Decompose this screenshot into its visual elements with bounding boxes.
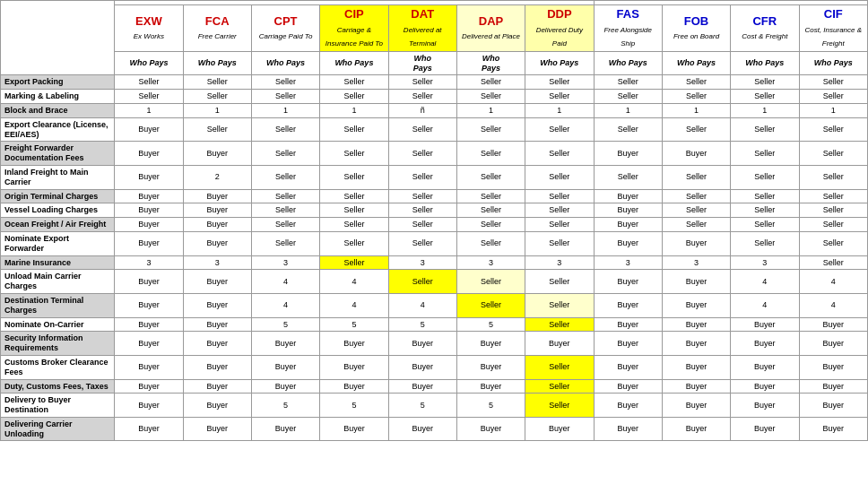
cell: Buyer bbox=[662, 332, 730, 356]
cell: Buyer bbox=[525, 417, 594, 441]
cell: Buyer bbox=[115, 379, 183, 394]
cell: 5 bbox=[251, 317, 319, 332]
incoterms-table: EXWEx Works FCAFree Carrier CPTCarriage … bbox=[0, 0, 868, 441]
cell: Seller bbox=[731, 218, 799, 232]
cell: Buyer bbox=[799, 417, 867, 441]
cell: 3 bbox=[525, 255, 594, 270]
cell: 5 bbox=[320, 394, 388, 418]
cell: Seller bbox=[525, 117, 594, 142]
cell: Buyer bbox=[115, 231, 183, 255]
cell: Seller bbox=[456, 218, 525, 232]
cell: 3 bbox=[115, 255, 183, 270]
cell: Buyer bbox=[799, 317, 867, 332]
cell: 1 bbox=[183, 103, 251, 117]
cell: Buyer bbox=[594, 293, 662, 317]
who-pays-ddp: Who Pays bbox=[525, 51, 594, 75]
cell: Seller bbox=[731, 142, 799, 166]
cell: Buyer bbox=[594, 379, 662, 394]
table-row: Export PackingSellerSellerSellerSellerSe… bbox=[1, 75, 868, 90]
cell: 3 bbox=[731, 255, 799, 270]
cell: Buyer bbox=[320, 379, 388, 394]
who-pays-dap: WhoPays bbox=[456, 51, 525, 75]
main-container: EXWEx Works FCAFree Carrier CPTCarriage … bbox=[0, 0, 868, 441]
cell: Buyer bbox=[115, 189, 183, 203]
cell: 4 bbox=[799, 293, 867, 317]
cell: Seller bbox=[731, 90, 799, 104]
cell: Buyer bbox=[388, 355, 456, 379]
cell: Seller bbox=[525, 293, 594, 317]
cell: Buyer bbox=[594, 270, 662, 294]
cell: Buyer bbox=[183, 231, 251, 255]
incoterm-codes-row: EXWEx Works FCAFree Carrier CPTCarriage … bbox=[1, 5, 868, 52]
inco-cpt: CPTCarriage Paid To bbox=[251, 5, 319, 52]
cell: Buyer bbox=[662, 417, 730, 441]
table-row: Origin Terminal ChargesBuyerBuyerSellerS… bbox=[1, 189, 868, 203]
cell: Seller bbox=[731, 203, 799, 218]
cell: Buyer bbox=[799, 355, 867, 379]
cell: Buyer bbox=[183, 332, 251, 356]
cell: Seller bbox=[456, 117, 525, 142]
cell: Seller bbox=[594, 75, 662, 90]
cell: Buyer bbox=[594, 317, 662, 332]
table-row: Marine Insurance333Seller333333Seller bbox=[1, 255, 868, 270]
cell: 5 bbox=[456, 394, 525, 418]
cell: Seller bbox=[525, 231, 594, 255]
cell: Seller bbox=[456, 231, 525, 255]
cell: Buyer bbox=[115, 417, 183, 441]
who-pays-cif: Who Pays bbox=[799, 51, 867, 75]
cell: Buyer bbox=[594, 203, 662, 218]
cell: Seller bbox=[731, 117, 799, 142]
table-row: Nominate Export ForwarderBuyerBuyerSelle… bbox=[1, 231, 868, 255]
cell: Buyer bbox=[662, 317, 730, 332]
table-row: Nominate On-CarrierBuyerBuyer5555SellerB… bbox=[1, 317, 868, 332]
cell: 5 bbox=[320, 317, 388, 332]
cell: Seller bbox=[388, 117, 456, 142]
who-pays-dat: WhoPays bbox=[388, 51, 456, 75]
service-label: Vessel Loading Charges bbox=[1, 203, 115, 218]
cell: Seller bbox=[799, 255, 867, 270]
who-pays-cpt: Who Pays bbox=[251, 51, 319, 75]
cell: Buyer bbox=[183, 379, 251, 394]
cell: Buyer bbox=[594, 231, 662, 255]
cell: Buyer bbox=[115, 355, 183, 379]
cell: Buyer bbox=[594, 218, 662, 232]
table-row: Delivery to Buyer DestinationBuyerBuyer5… bbox=[1, 394, 868, 418]
cell: Seller bbox=[731, 189, 799, 203]
cell: 1 bbox=[594, 103, 662, 117]
cell: Seller bbox=[662, 189, 730, 203]
cell: Seller bbox=[731, 231, 799, 255]
cell: Seller bbox=[525, 142, 594, 166]
cell: Buyer bbox=[320, 332, 388, 356]
cell: Seller bbox=[525, 203, 594, 218]
inco-fca: FCAFree Carrier bbox=[183, 5, 251, 52]
cell: Buyer bbox=[115, 203, 183, 218]
service-label: Delivering Carrier Unloading bbox=[1, 417, 115, 441]
cell: 1 bbox=[115, 103, 183, 117]
inco-ddp: DDPDelivered Duty Paid bbox=[525, 5, 594, 52]
cell: 3 bbox=[662, 255, 730, 270]
cell: Seller bbox=[525, 355, 594, 379]
who-pays-cip: Who Pays bbox=[320, 51, 388, 75]
table-row: Security Information RequirementsBuyerBu… bbox=[1, 332, 868, 356]
cell: Buyer bbox=[251, 332, 319, 356]
cell: Seller bbox=[799, 117, 867, 142]
cell: Seller bbox=[662, 203, 730, 218]
cell: 4 bbox=[731, 293, 799, 317]
cell: Seller bbox=[799, 90, 867, 104]
service-label: Nominate Export Forwarder bbox=[1, 231, 115, 255]
cell: Seller bbox=[456, 203, 525, 218]
cell: Seller bbox=[662, 218, 730, 232]
cell: Buyer bbox=[183, 355, 251, 379]
cell: Seller bbox=[525, 379, 594, 394]
who-pays-exw: Who Pays bbox=[115, 51, 183, 75]
cell: Buyer bbox=[594, 355, 662, 379]
table-row: Vessel Loading ChargesBuyerBuyerSellerSe… bbox=[1, 203, 868, 218]
cell: Seller bbox=[388, 270, 456, 294]
service-label: Ocean Freight / Air Freight bbox=[1, 218, 115, 232]
cell: Seller bbox=[388, 203, 456, 218]
cell: Buyer bbox=[183, 270, 251, 294]
cell: Buyer bbox=[731, 417, 799, 441]
cell: Buyer bbox=[183, 142, 251, 166]
service-label: Export Clearance (License, EEI/AES) bbox=[1, 117, 115, 142]
cell: 3 bbox=[456, 255, 525, 270]
